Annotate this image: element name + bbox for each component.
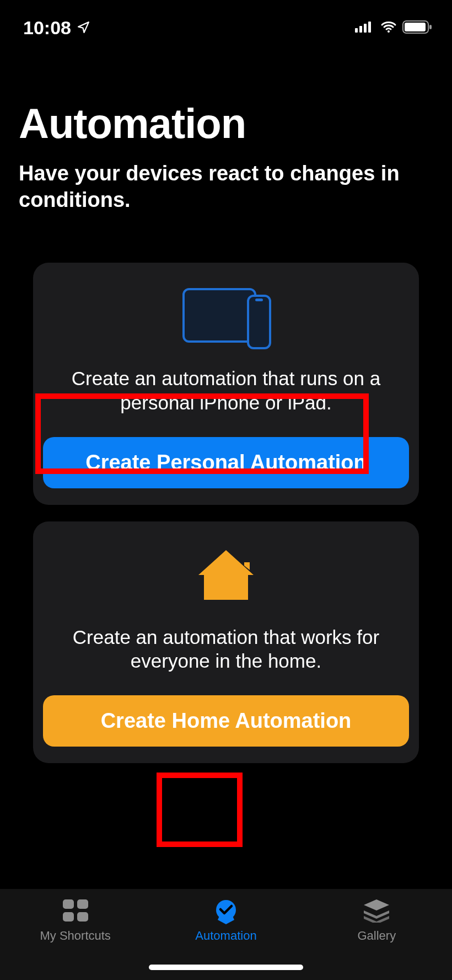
automation-icon — [211, 897, 241, 924]
home-automation-description: Create an automation that works for ever… — [43, 625, 409, 674]
status-bar: 10:08 — [0, 0, 452, 44]
page-title: Automation — [19, 99, 433, 147]
wifi-icon — [379, 20, 398, 36]
svg-rect-7 — [429, 25, 432, 29]
svg-rect-3 — [368, 22, 371, 33]
location-icon — [77, 17, 90, 39]
tab-label-automation: Automation — [195, 929, 256, 943]
svg-rect-9 — [248, 296, 270, 348]
status-right — [355, 20, 433, 36]
tab-my-shortcuts[interactable]: My Shortcuts — [26, 897, 125, 943]
tab-label-my-shortcuts: My Shortcuts — [40, 929, 110, 943]
personal-automation-description: Create an automation that runs on a pers… — [43, 366, 409, 415]
tab-label-gallery: Gallery — [357, 929, 396, 943]
create-home-automation-button[interactable]: Create Home Automation — [43, 695, 409, 747]
svg-rect-8 — [184, 289, 255, 342]
shortcuts-icon — [60, 897, 91, 924]
svg-rect-13 — [63, 912, 74, 922]
home-indicator[interactable] — [149, 965, 303, 970]
svg-rect-0 — [355, 28, 358, 33]
svg-rect-6 — [405, 23, 426, 31]
annotation-highlight-tab — [157, 773, 243, 847]
devices-icon — [43, 279, 409, 356]
gallery-icon — [361, 897, 392, 924]
create-personal-automation-button[interactable]: Create Personal Automation — [43, 437, 409, 488]
svg-rect-12 — [77, 899, 88, 909]
status-left: 10:08 — [23, 17, 90, 39]
home-automation-card: Create an automation that works for ever… — [33, 521, 419, 764]
svg-point-4 — [388, 30, 390, 33]
personal-automation-card: Create an automation that runs on a pers… — [33, 263, 419, 505]
svg-rect-11 — [63, 899, 74, 909]
svg-rect-1 — [359, 26, 362, 33]
home-icon — [43, 538, 409, 615]
svg-rect-2 — [364, 24, 367, 33]
tab-gallery[interactable]: Gallery — [327, 897, 426, 943]
page-header: Automation Have your devices react to ch… — [0, 44, 452, 213]
cards-container: Create an automation that runs on a pers… — [0, 213, 452, 763]
svg-rect-10 — [255, 299, 263, 301]
status-time: 10:08 — [23, 17, 71, 39]
tab-automation[interactable]: Automation — [176, 897, 276, 943]
battery-icon — [402, 20, 433, 36]
page-subtitle: Have your devices react to changes in co… — [19, 161, 433, 213]
cellular-icon — [355, 20, 375, 36]
svg-rect-14 — [77, 912, 88, 922]
